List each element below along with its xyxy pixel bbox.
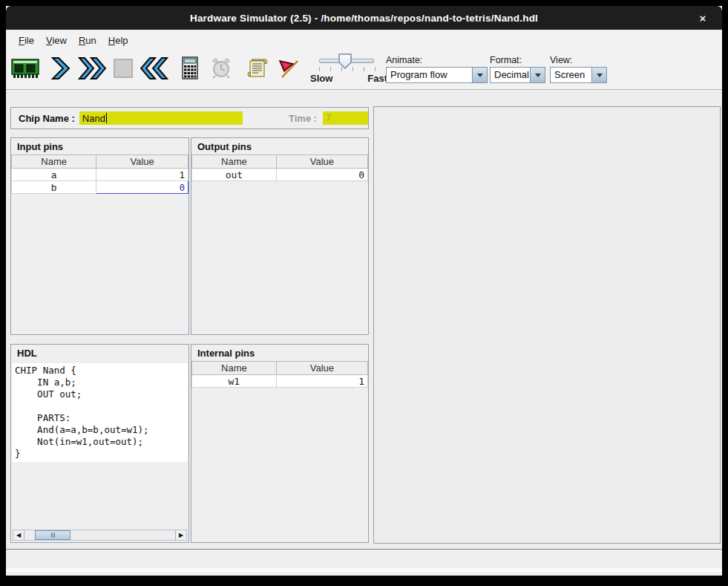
column-header-name[interactable]: Name — [192, 362, 277, 375]
pin-name[interactable]: a — [12, 169, 96, 181]
animate-group: Animate: Program flow — [386, 55, 488, 83]
column-header-value[interactable]: Value — [96, 155, 188, 169]
pin-value[interactable]: 1 — [96, 169, 188, 181]
internal-pins-panel: Internal pins Name Value w1 1 — [191, 344, 369, 543]
pin-value-selected[interactable]: 0 — [96, 181, 188, 194]
window-title: Hardware Simulator (2.5) - /home/thomas/… — [190, 13, 538, 24]
menu-help[interactable]: Help — [102, 33, 134, 48]
column-header-value[interactable]: Value — [276, 362, 367, 375]
chip-header-panel: Chip Name : Nand Time : 7 — [10, 107, 369, 129]
chip-name-value: Nand — [82, 113, 105, 124]
toolbar: Slow Fast Animate: Program flow Format: … — [6, 51, 722, 90]
eval-button[interactable] — [176, 54, 206, 85]
format-select[interactable]: Decimal — [490, 67, 545, 83]
input-pins-title: Input pins — [11, 138, 188, 154]
pin-name: w1 — [192, 375, 277, 388]
slider-slow-label: Slow — [310, 73, 332, 84]
format-group: Format: Decimal — [490, 55, 545, 83]
column-header-name[interactable]: Name — [192, 155, 277, 169]
input-pins-panel: Input pins Name Value a 1 b 0 — [10, 137, 189, 335]
alarm-clock-icon — [209, 56, 233, 83]
internal-pins-table: Name Value w1 1 — [191, 361, 368, 388]
content-area: Chip Name : Nand Time : 7 Input pins Nam… — [6, 90, 722, 549]
menu-file[interactable]: File — [13, 33, 40, 48]
view-label: View: — [550, 55, 607, 65]
time-value: 7 — [326, 113, 331, 123]
hdl-panel: HDL CHIP Nand { IN a,b; OUT out; PARTS: … — [10, 344, 189, 543]
menu-run[interactable]: Run — [73, 33, 102, 48]
title-bar[interactable]: Hardware Simulator (2.5) - /home/thomas/… — [6, 6, 722, 30]
pin-value: 0 — [276, 169, 367, 181]
input-pins-table: Name Value a 1 b 0 — [11, 154, 188, 194]
hdl-title: HDL — [11, 345, 188, 361]
stop-button — [108, 54, 138, 85]
menu-bar: File View Run Help — [6, 30, 722, 51]
format-value: Decimal — [491, 68, 530, 82]
menu-view[interactable]: View — [40, 33, 73, 48]
chevron-right-icon — [50, 56, 72, 83]
double-chevron-left-icon — [140, 56, 168, 83]
chip-name-input[interactable]: Nand — [79, 111, 243, 125]
breakpoints-button[interactable] — [274, 54, 304, 85]
animate-value: Program flow — [387, 68, 472, 82]
reset-button[interactable] — [140, 54, 169, 85]
pin-name[interactable]: b — [12, 181, 96, 194]
scroll-right-icon[interactable]: ▶ — [175, 530, 186, 540]
view-select[interactable]: Screen — [550, 67, 607, 83]
run-button[interactable] — [77, 54, 107, 85]
scrollbar-thumb[interactable] — [35, 530, 70, 540]
pin-name: out — [192, 169, 277, 181]
column-header-name[interactable]: Name — [12, 155, 96, 169]
time-label: Time : — [289, 113, 317, 124]
animate-label: Animate: — [386, 55, 488, 65]
output-pins-panel: Output pins Name Value out 0 — [191, 137, 369, 335]
slider-fast-label: Fast — [367, 73, 387, 84]
scroll-left-icon[interactable]: ◀ — [13, 530, 24, 540]
status-strip — [6, 568, 722, 572]
format-label: Format: — [490, 55, 545, 65]
time-field: 7 — [323, 111, 368, 125]
double-chevron-right-icon — [78, 56, 106, 83]
slider-ticks — [319, 67, 376, 72]
view-group: View: Screen — [550, 55, 607, 83]
column-header-value[interactable]: Value — [276, 155, 367, 169]
scroll-icon — [246, 57, 269, 82]
table-row: w1 1 — [192, 375, 368, 388]
load-chip-button[interactable] — [10, 54, 40, 85]
chip-name-label: Chip Name : — [19, 113, 75, 124]
pin-value: 1 — [276, 375, 367, 388]
status-bar — [6, 549, 722, 576]
single-step-button[interactable] — [46, 54, 76, 85]
table-row: b 0 — [12, 181, 188, 194]
red-flag-icon — [277, 56, 301, 83]
internal-pins-title: Internal pins — [191, 345, 368, 361]
clock-tick-button — [206, 54, 236, 85]
calculator-icon — [181, 56, 200, 83]
view-hdl-button[interactable] — [243, 54, 272, 85]
stop-square-icon — [113, 58, 134, 82]
memory-chip-icon — [11, 56, 39, 83]
output-pins-table: Name Value out 0 — [191, 154, 368, 181]
close-icon[interactable]: × — [692, 6, 713, 30]
table-row: out 0 — [192, 169, 368, 181]
hdl-code-view[interactable]: CHIP Nand { IN a,b; OUT out; PARTS: And(… — [12, 363, 188, 462]
view-value: Screen — [551, 68, 591, 82]
app-window: Hardware Simulator (2.5) - /home/thomas/… — [6, 6, 722, 576]
chevron-down-icon[interactable] — [530, 68, 545, 82]
chevron-down-icon[interactable] — [472, 68, 487, 82]
chevron-down-icon[interactable] — [591, 68, 606, 82]
chip-view-panel — [373, 106, 721, 544]
output-pins-title: Output pins — [191, 138, 368, 154]
speed-slider[interactable]: Slow Fast — [309, 52, 387, 88]
animate-select[interactable]: Program flow — [386, 67, 488, 83]
table-row: a 1 — [12, 169, 188, 181]
horizontal-scrollbar[interactable]: ◀ ▶ — [13, 530, 187, 541]
text-caret — [106, 113, 107, 123]
